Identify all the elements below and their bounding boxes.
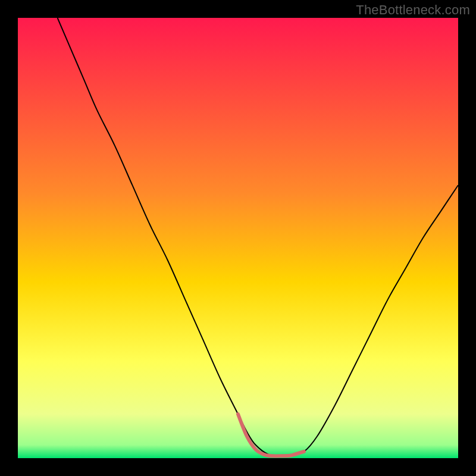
gradient-background [18,18,458,458]
chart-frame: TheBottleneck.com [0,0,476,476]
bottleneck-chart [18,18,458,458]
plot-area [18,18,458,458]
watermark-text: TheBottleneck.com [356,2,470,18]
